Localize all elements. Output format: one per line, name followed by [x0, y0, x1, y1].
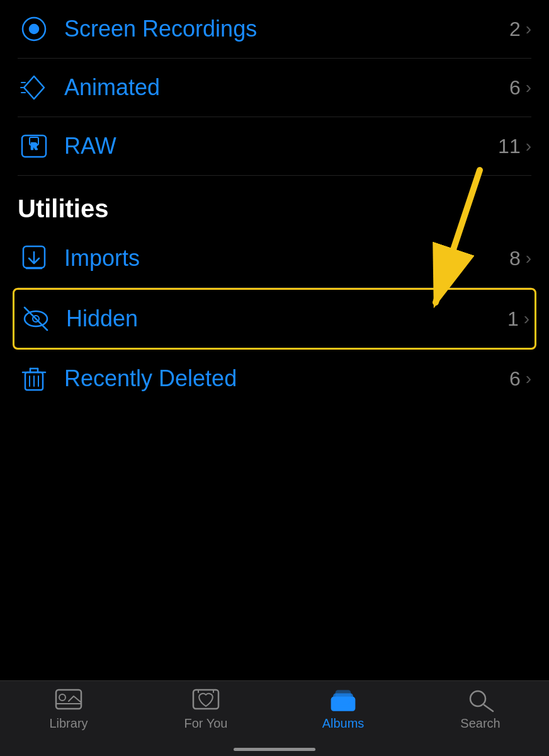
search-tab-icon [467, 689, 494, 713]
trash-icon [18, 362, 50, 395]
svg-point-1 [30, 25, 38, 33]
for-you-tab-label: For You [184, 716, 228, 731]
search-tab-label: Search [460, 716, 500, 731]
screen-recordings-label: Screen Recordings [64, 16, 509, 42]
raw-chevron: › [526, 136, 531, 156]
animated-count: 6 [509, 76, 521, 100]
animated-label: Animated [64, 74, 509, 101]
utilities-section-header: Utilities [18, 176, 531, 229]
tab-search[interactable]: Search [455, 689, 506, 731]
imports-count: 8 [509, 247, 521, 270]
animated-icon [18, 71, 50, 104]
albums-tab-icon [329, 689, 357, 713]
raw-count: 11 [498, 135, 521, 158]
recently-deleted-chevron: › [526, 369, 531, 389]
hidden-label: Hidden [66, 306, 507, 332]
svg-marker-2 [24, 76, 44, 99]
raw-item[interactable]: R RAW 11 › [18, 117, 531, 176]
screen-recording-icon [18, 13, 50, 45]
screen-recordings-count: 2 [509, 18, 521, 41]
svg-point-34 [470, 691, 485, 706]
home-indicator [234, 748, 315, 751]
svg-text:R: R [31, 141, 37, 151]
tab-albums[interactable]: Albums [318, 689, 368, 731]
hidden-chevron: › [524, 309, 529, 329]
hidden-count: 1 [507, 307, 519, 331]
hidden-item[interactable]: Hidden 1 › [13, 288, 536, 350]
imports-label: Imports [64, 245, 509, 272]
animated-item[interactable]: Animated 6 › [18, 59, 531, 117]
hidden-icon [20, 302, 52, 335]
tab-for-you[interactable]: For You [181, 689, 231, 731]
raw-icon: R [18, 130, 50, 163]
svg-rect-33 [336, 690, 351, 704]
svg-line-35 [484, 705, 493, 711]
tab-library[interactable]: Library [43, 689, 94, 731]
imports-item[interactable]: Imports 8 › [18, 229, 531, 288]
raw-label: RAW [64, 133, 498, 159]
imports-chevron: › [526, 248, 531, 268]
main-content: Screen Recordings 2 › Animated 6 › R [0, 0, 549, 680]
screen-recordings-chevron: › [526, 19, 531, 39]
for-you-tab-icon [192, 689, 220, 713]
recently-deleted-item[interactable]: Recently Deleted 6 › [18, 350, 531, 408]
animated-chevron: › [526, 77, 531, 98]
library-tab-icon [55, 689, 82, 713]
albums-tab-label: Albums [322, 716, 365, 731]
recently-deleted-label: Recently Deleted [64, 365, 509, 392]
screen-recordings-item[interactable]: Screen Recordings 2 › [18, 0, 531, 59]
svg-point-27 [59, 694, 65, 701]
tab-bar: Library For You Albums [0, 680, 549, 756]
recently-deleted-count: 6 [509, 367, 521, 391]
library-tab-label: Library [49, 716, 88, 731]
imports-icon [18, 242, 50, 275]
